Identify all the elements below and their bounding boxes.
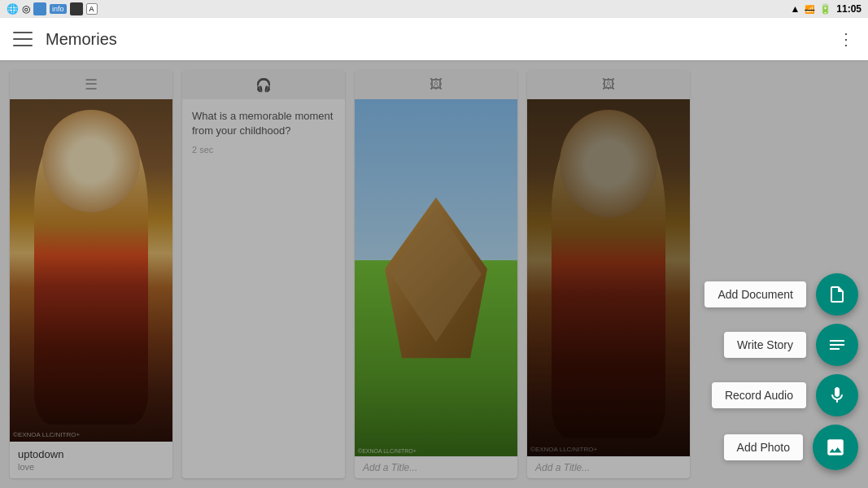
info-icon-text: info [50, 4, 67, 14]
app-icon-dark [70, 2, 83, 15]
card-question: What is a memorable moment from your chi… [192, 109, 335, 138]
fab-item-record-audio: Record Audio [712, 374, 858, 416]
add-document-button[interactable] [816, 273, 858, 316]
status-bar: 🌐 ◎ info A ▲ 📶 🔋 11:05 [0, 0, 868, 18]
signal-off-icon: 📶 [805, 5, 814, 14]
memory-card-3[interactable]: 🖼 ©EXNOA LLC/NITRO+ Add a Title... [355, 70, 517, 478]
fab-item-add-photo: Add Photo [724, 425, 858, 470]
card-1-name: uptodown [18, 448, 164, 460]
card-4-header: 🖼 [527, 70, 690, 99]
card-1-image [10, 99, 172, 442]
fab-menu: Add Document Write Story Record Audio [704, 273, 858, 478]
record-audio-button[interactable] [816, 374, 858, 416]
card-2-text-content: What is a memorable moment from your chi… [182, 99, 345, 478]
image-icon-4: 🖼 [602, 77, 615, 92]
card-2-header: 🎧 [182, 70, 345, 99]
app-title: Memories [46, 30, 838, 49]
anime-figure-1 [10, 99, 172, 442]
add-photo-label[interactable]: Add Photo [724, 434, 803, 460]
more-options-button[interactable]: ⋮ [838, 29, 855, 49]
write-story-label[interactable]: Write Story [724, 332, 806, 358]
image-frame-icon [825, 437, 846, 458]
card-4-overlay [527, 99, 690, 456]
memory-card-2[interactable]: 🎧 What is a memorable moment from your c… [182, 70, 345, 478]
image-icon-3: 🖼 [430, 77, 443, 92]
card-3-title: Add a Title... [355, 456, 517, 478]
add-photo-button[interactable] [813, 425, 858, 470]
card-3-image: ©EXNOA LLC/NITRO+ [355, 99, 517, 456]
card-1-footer: uptodown love [10, 442, 172, 478]
add-document-label[interactable]: Add Document [704, 281, 806, 307]
card-3-header: 🖼 [355, 70, 517, 99]
headphone-icon: 🎧 [255, 77, 272, 93]
circle-icon: ◎ [22, 3, 30, 15]
fab-item-write-story: Write Story [724, 324, 858, 366]
time-display: 11:05 [836, 3, 861, 15]
battery-icon: 🔋 [819, 3, 831, 15]
game-image: ©EXNOA LLC/NITRO+ [355, 99, 517, 456]
microphone-icon [827, 386, 847, 405]
menu-button[interactable] [13, 32, 33, 46]
wifi-icon: ▲ [790, 3, 800, 15]
app-icon-blue [33, 2, 46, 15]
status-right-icons: ▲ 📶 🔋 11:05 [790, 3, 861, 15]
document-icon [827, 285, 847, 304]
fab-item-add-document: Add Document [704, 273, 858, 316]
status-left-icons: 🌐 ◎ info A [7, 2, 98, 15]
card-4-title: Add a Title... [527, 456, 690, 478]
memory-card-1[interactable]: ☰ uptodown love [10, 70, 172, 478]
card-1-header: ☰ [10, 70, 172, 99]
card-4-image [527, 99, 690, 456]
record-audio-label[interactable]: Record Audio [712, 382, 806, 408]
write-story-button[interactable] [816, 324, 858, 366]
card-duration: 2 sec [192, 145, 335, 155]
main-content: ☰ uptodown love 🎧 What is a memor [0, 60, 868, 488]
app-bar: Memories ⋮ [0, 18, 868, 60]
text-lines-icon [827, 335, 847, 355]
card-1-subtitle: love [18, 462, 164, 472]
globe-icon: 🌐 [7, 3, 19, 15]
memory-card-4[interactable]: 🖼 Add a Title... [527, 70, 690, 478]
a-icon-text: A [86, 3, 98, 15]
text-format-icon: ☰ [85, 76, 98, 94]
